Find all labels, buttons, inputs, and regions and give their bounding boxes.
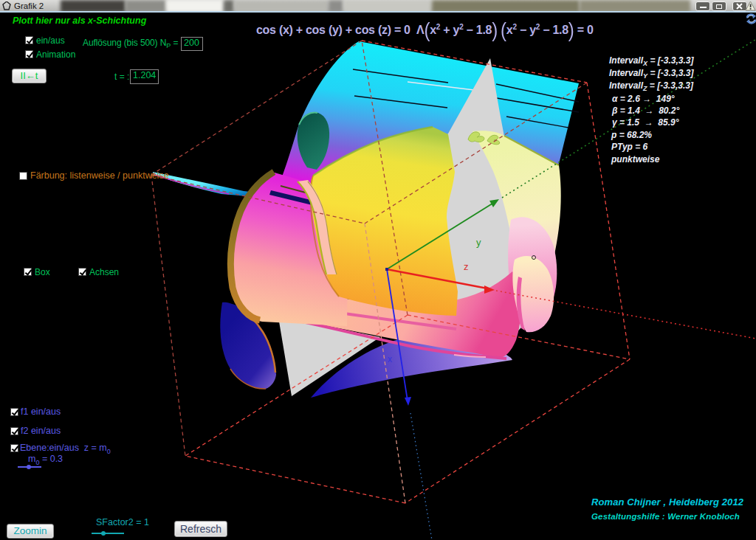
- svg-text:z: z: [464, 261, 469, 272]
- svg-text:y: y: [476, 237, 481, 248]
- svg-text:x: x: [388, 354, 392, 364]
